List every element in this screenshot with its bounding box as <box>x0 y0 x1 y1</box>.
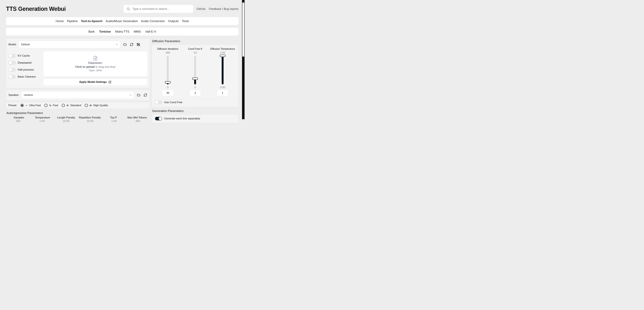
svg-line-1 <box>129 10 130 10</box>
generation-title: Generation Parameters <box>152 109 238 113</box>
search-input[interactable] <box>132 7 191 11</box>
toggle-generate-each-line[interactable]: Generate each line separately <box>154 117 236 120</box>
diffusion-title: Diffusion Parameters <box>152 40 238 43</box>
gauge-min-icon <box>25 104 28 107</box>
subnav-tortoise[interactable]: Tortoise <box>99 30 111 34</box>
generation-card: Generate each line separately <box>152 114 238 123</box>
diffusion-iterations-slider[interactable] <box>167 56 169 84</box>
check-badge-icon <box>108 80 112 84</box>
preset-ultra-fast[interactable]: Ultra Fast <box>20 104 41 107</box>
activity-icon <box>49 104 52 107</box>
open-folder-button[interactable] <box>136 93 141 97</box>
tokenizer-title: Tokenizer: <box>88 61 103 65</box>
tokenizer-dropzone[interactable]: Tokenizer: Click to upload or drag and d… <box>43 51 148 76</box>
subnav-vallex[interactable]: Vall-E-X <box>145 30 156 34</box>
autoregressive-headers: Samples Temperature Length Penalty Repet… <box>6 115 150 120</box>
speaker-value: random <box>24 94 33 97</box>
toggle-deepspeed[interactable]: Deepspeed <box>8 61 40 65</box>
radio-icon <box>44 104 48 107</box>
tokenizer-instructions: Click to upload or drag and drop <box>75 65 115 68</box>
top-links: GitHub Feedback / Bug reports <box>196 7 238 11</box>
nav-home[interactable]: Home <box>56 20 64 23</box>
header: TTS Generation Webui GitHub Feedback / B… <box>0 0 244 15</box>
nav-audio-conversion[interactable]: Audio Conversion <box>141 20 165 23</box>
toggle-use-cond-free[interactable]: Use Cond Free <box>154 100 236 104</box>
cond-free-k-slider[interactable] <box>194 56 196 84</box>
model-card: Model: Default <box>6 38 150 88</box>
feedback-link[interactable]: Feedback / Bug reports <box>209 7 238 11</box>
nav-pipeline[interactable]: Pipeline <box>67 20 78 23</box>
autoregressive-values: 256 1.00 10.00 10.00 1.00 600 <box>6 120 150 123</box>
preset-label: Preset: <box>8 104 17 107</box>
preset-fast[interactable]: Fast <box>44 104 58 107</box>
diffusion-iterations-value[interactable]: 30 <box>162 90 174 96</box>
waveform-icon <box>66 104 69 107</box>
svg-line-4 <box>137 43 140 46</box>
github-link[interactable]: GitHub <box>196 7 206 11</box>
model-label: Model: <box>8 43 16 46</box>
speaker-select[interactable]: random <box>22 92 134 99</box>
page-title: TTS Generation Webui <box>6 6 66 12</box>
chevron-down-icon <box>129 94 132 96</box>
radio-icon <box>62 104 65 107</box>
nav-audio-music[interactable]: Audio/Music Generation <box>106 20 138 23</box>
subnav-bark[interactable]: Bark <box>88 30 94 34</box>
upload-file-icon <box>93 56 98 60</box>
diffusion-temperature-value[interactable]: 1 <box>217 90 228 96</box>
preset-standard[interactable]: Standard <box>62 104 81 107</box>
speaker-label: Speaker: <box>8 94 19 97</box>
refresh-button[interactable] <box>130 42 134 47</box>
nav-tts[interactable]: Text-to-Speech <box>81 20 102 23</box>
model-select[interactable]: Default <box>19 41 120 48</box>
search-box[interactable] <box>124 5 193 13</box>
preset-high-quality[interactable]: High Quality <box>85 104 108 107</box>
model-select-value: Default <box>21 43 30 46</box>
audio-lines-icon <box>89 104 92 107</box>
toggle-half-precision[interactable]: Half precision <box>8 68 40 72</box>
tokenizer-types: Types: JSON <box>89 69 102 72</box>
cond-free-k-value[interactable]: 2 <box>190 90 201 96</box>
preset-card: Preset: Ultra Fast Fast Stan <box>6 102 150 109</box>
chevron-down-icon <box>116 43 118 46</box>
sub-nav: Bark Tortoise Maha TTS MMS Vall-E-X <box>6 28 238 36</box>
diffusion-iterations: Diffusion Iterations 400 0 30 <box>155 48 181 96</box>
apply-model-settings-button[interactable]: Apply Model Settings <box>43 78 148 86</box>
radio-icon <box>20 104 24 107</box>
diffusion-temperature: Diffusion Temperature 1.00 0.00 1 <box>210 48 236 96</box>
diffusion-card: Diffusion Iterations 400 0 30 Cond Free … <box>152 44 238 107</box>
server-off-icon[interactable] <box>136 42 140 47</box>
vertical-scrollbar[interactable] <box>242 0 244 119</box>
radio-icon <box>85 104 88 107</box>
cond-free-k: Cond Free K 10 0 2 <box>182 48 208 96</box>
refresh-button[interactable] <box>143 93 148 97</box>
nav-outputs[interactable]: Outputs <box>168 20 179 23</box>
diffusion-temperature-slider[interactable] <box>222 56 224 84</box>
toggle-basic-cleaners[interactable]: Basic Cleaners <box>8 75 40 79</box>
subnav-mms[interactable]: MMS <box>134 30 141 34</box>
subnav-maha[interactable]: Maha TTS <box>115 30 129 34</box>
autoregressive-title: Autoregressive Parameters <box>6 111 150 115</box>
autoregressive-section: Autoregressive Parameters Samples Temper… <box>6 110 150 123</box>
speaker-card: Speaker: random <box>6 90 150 100</box>
nav-tools[interactable]: Tools <box>182 20 189 23</box>
open-folder-button[interactable] <box>123 42 127 47</box>
search-icon <box>126 7 130 11</box>
main-nav: Home Pipeline Text-to-Speech Audio/Music… <box>6 17 238 25</box>
toggle-kv-cache[interactable]: KV Cache <box>8 54 40 58</box>
